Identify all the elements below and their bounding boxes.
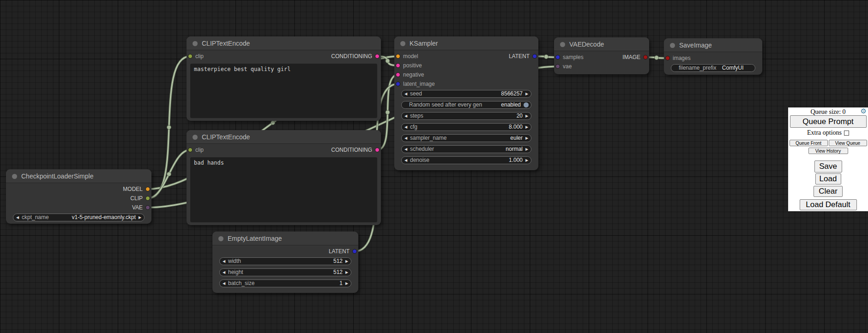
load-button[interactable]: Load <box>815 173 841 184</box>
view-queue-button[interactable]: View Queue <box>829 140 867 146</box>
port-LATENT-dot[interactable] <box>532 54 537 59</box>
stepper-left-icon[interactable]: ◀ <box>402 135 410 142</box>
link-midpoint-dot[interactable] <box>167 172 171 176</box>
stepper-left-icon[interactable]: ◀ <box>402 124 410 131</box>
collapse-dot-icon[interactable] <box>193 135 198 140</box>
port-CONDITIONING-dot[interactable] <box>375 148 380 152</box>
widget-filename_prefix[interactable]: filename_prefixComfyUI <box>671 64 755 72</box>
widget-label: seed <box>410 90 422 97</box>
widget-value: 512 <box>333 258 343 265</box>
port-IMAGE-dot[interactable] <box>643 55 648 59</box>
node-title-label: KSampler <box>410 36 438 50</box>
widget-width[interactable]: ◀width512▶ <box>219 257 351 265</box>
node-title-label: SaveImage <box>679 38 712 52</box>
port-vae-dot[interactable] <box>555 64 560 69</box>
port-samples-dot[interactable] <box>555 55 560 59</box>
collapse-dot-icon[interactable] <box>560 42 565 47</box>
link-midpoint-dot[interactable] <box>655 56 659 60</box>
stepper-right-icon[interactable]: ▶ <box>343 269 351 276</box>
node-graph-canvas[interactable]: CheckpointLoaderSimpleMODELCLIPVAE◀ckpt_… <box>0 0 868 333</box>
output-label-CONDITIONING: CONDITIONING <box>331 145 372 155</box>
widget-steps[interactable]: ◀steps20▶ <box>401 112 531 120</box>
collapse-dot-icon[interactable] <box>12 174 17 179</box>
node-save-image[interactable]: SaveImageimagesfilename_prefixComfyUI <box>664 38 762 75</box>
stepper-right-icon[interactable]: ▶ <box>523 124 531 131</box>
widget-height[interactable]: ◀height512▶ <box>219 268 351 276</box>
stepper-left-icon[interactable]: ◀ <box>220 258 228 265</box>
widget-scheduler[interactable]: ◀schedulernormal▶ <box>401 145 531 153</box>
stepper-left-icon[interactable]: ◀ <box>220 280 228 287</box>
stepper-left-icon[interactable]: ◀ <box>220 269 228 276</box>
link-midpoint-dot[interactable] <box>386 110 390 114</box>
port-LATENT-dot[interactable] <box>352 249 357 254</box>
stepper-right-icon[interactable]: ▶ <box>343 258 351 265</box>
prompt-textarea[interactable]: bad hands <box>190 157 377 222</box>
settings-gear-icon[interactable]: ⚙ <box>861 108 867 115</box>
port-negative-dot[interactable] <box>396 72 400 77</box>
stepper-right-icon[interactable]: ▶ <box>523 90 531 97</box>
collapse-dot-icon[interactable] <box>400 41 405 46</box>
node-checkpoint-loader[interactable]: CheckpointLoaderSimpleMODELCLIPVAE◀ckpt_… <box>6 169 151 224</box>
stepper-right-icon[interactable]: ▶ <box>523 146 531 153</box>
queue-prompt-button[interactable]: Queue Prompt <box>790 115 867 128</box>
extra-options-checkbox[interactable] <box>844 131 849 136</box>
view-history-button[interactable]: View History <box>808 148 848 154</box>
stepper-left-icon[interactable]: ◀ <box>402 113 410 119</box>
link-midpoint-dot[interactable] <box>386 59 390 63</box>
stepper-right-icon[interactable]: ▶ <box>136 214 144 221</box>
widget-label: ckpt_name <box>22 214 49 221</box>
output-row-CLIP: CLIP <box>64 194 151 203</box>
widget-value: enabled <box>501 101 521 108</box>
port-VAE-dot[interactable] <box>145 205 150 210</box>
stepper-right-icon[interactable]: ▶ <box>343 280 351 287</box>
widget-random-seed-after-every-gen[interactable]: Random seed after every genenabled <box>401 101 531 109</box>
link-midpoint-dot[interactable] <box>167 125 171 130</box>
collapse-dot-icon[interactable] <box>670 43 675 48</box>
node-clip-text-encode-positive[interactable]: CLIPTextEncodeclipCONDITIONINGmasterpiec… <box>187 36 381 121</box>
port-images-dot[interactable] <box>665 56 670 60</box>
link-midpoint-dot[interactable] <box>544 55 549 59</box>
link-midpoint-dot[interactable] <box>271 121 275 125</box>
clear-button[interactable]: Clear <box>814 186 843 197</box>
widget-seed[interactable]: ◀seed8566257▶ <box>401 90 531 98</box>
node-vae-decode[interactable]: VAEDecodesamplesvaeIMAGE <box>554 37 649 74</box>
stepper-right-icon[interactable]: ▶ <box>523 113 531 119</box>
widget-label: height <box>228 269 243 276</box>
widget-batch_size[interactable]: ◀batch_size1▶ <box>219 279 351 287</box>
widget-value: 8566257 <box>501 90 523 97</box>
input-label-clip: clip <box>195 145 204 155</box>
widget-value: 1.000 <box>509 157 523 164</box>
port-clip-dot[interactable] <box>188 54 193 59</box>
port-MODEL-dot[interactable] <box>145 187 150 191</box>
save-button[interactable]: Save <box>814 161 842 172</box>
stepper-right-icon[interactable]: ▶ <box>523 157 531 164</box>
port-latent_image-dot[interactable] <box>396 82 400 86</box>
widget-label: batch_size <box>228 280 254 287</box>
toggle-dot-icon[interactable] <box>524 102 529 107</box>
port-CONDITIONING-dot[interactable] <box>375 54 380 59</box>
node-ksampler[interactable]: KSamplermodelpositivenegativelatent_imag… <box>394 36 538 170</box>
port-CLIP-dot[interactable] <box>145 196 150 201</box>
prompt-textarea[interactable]: masterpiece best quality girl <box>190 64 377 118</box>
port-positive-dot[interactable] <box>396 63 400 68</box>
queue-size-row: Queue size: 0 ⚙ <box>788 107 868 115</box>
port-clip-dot[interactable] <box>188 148 193 152</box>
stepper-left-icon[interactable]: ◀ <box>13 214 22 221</box>
stepper-left-icon[interactable]: ◀ <box>402 157 410 164</box>
widget-sampler_name[interactable]: ◀sampler_nameeuler▶ <box>401 134 531 142</box>
stepper-left-icon[interactable]: ◀ <box>402 146 410 153</box>
node-empty-latent-image[interactable]: EmptyLatentImageLATENT◀width512▶◀height5… <box>212 232 358 293</box>
widget-label: width <box>228 258 241 265</box>
stepper-right-icon[interactable]: ▶ <box>523 135 531 142</box>
widget-ckpt_name[interactable]: ◀ckpt_namev1-5-pruned-emaonly.ckpt▶ <box>13 214 145 221</box>
stepper-left-icon[interactable]: ◀ <box>402 90 410 97</box>
widget-cfg[interactable]: ◀cfg8.000▶ <box>401 123 531 131</box>
queue-front-button[interactable]: Queue Front <box>790 140 828 146</box>
collapse-dot-icon[interactable] <box>193 41 198 46</box>
output-row-IMAGE: IMAGE <box>592 53 649 62</box>
node-clip-text-encode-negative[interactable]: CLIPTextEncodeclipCONDITIONINGbad hands <box>187 130 381 225</box>
load-default-button[interactable]: Load Default <box>800 199 857 210</box>
collapse-dot-icon[interactable] <box>218 236 223 241</box>
widget-denoise[interactable]: ◀denoise1.000▶ <box>401 156 531 164</box>
port-model-dot[interactable] <box>396 54 400 59</box>
